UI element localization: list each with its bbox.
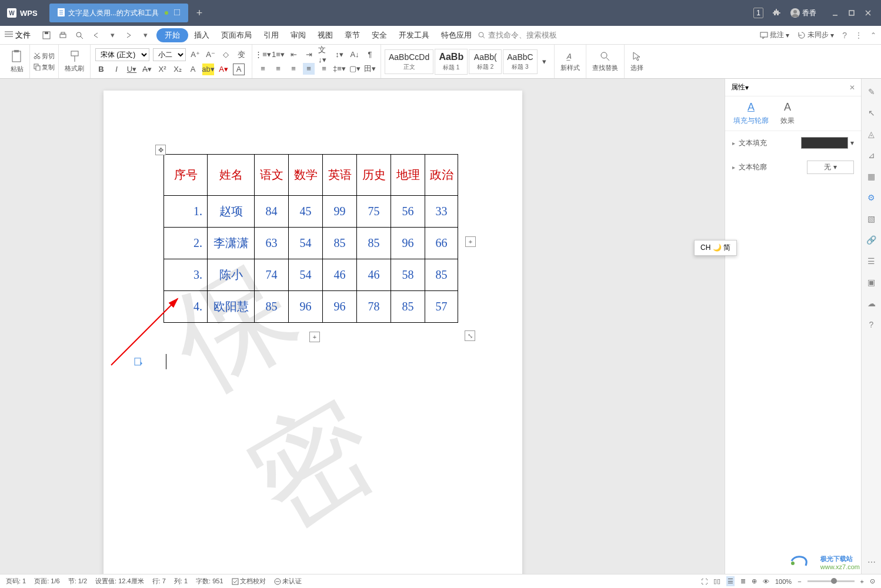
new-tab-button[interactable]: + [196,7,203,19]
highlight-button[interactable]: ab▾ [202,64,214,75]
table-resize-handle[interactable]: ⤡ [465,330,475,341]
more-icon[interactable]: ⋮ [855,31,862,39]
style-heading3[interactable]: AaBbC标题 3 [503,49,537,74]
font-size-select[interactable]: 小二 [153,48,186,61]
decrease-font-button[interactable]: A⁻ [205,49,216,61]
undo-dropdown[interactable]: ▾ [107,30,118,41]
th-name[interactable]: 姓名 [208,155,255,196]
increase-font-button[interactable]: A⁺ [189,49,201,61]
copy-button[interactable]: 复制 [34,63,55,72]
tab-effect[interactable]: A 效果 [780,101,795,126]
menu-chapter[interactable]: 章节 [339,28,366,43]
pointer-icon[interactable]: ↖ [866,107,877,119]
line-spacing-button[interactable]: ‡≡▾ [333,63,345,75]
underline-button[interactable]: U▾ [126,64,138,75]
status-position[interactable]: 设置值: 12.4厘米 [95,577,144,586]
text-fill-row[interactable]: ▸ 文本填充 ▾ [725,131,861,155]
bold-button[interactable]: B [95,64,107,75]
help-icon[interactable]: ? [842,31,847,40]
bullet-list-button[interactable]: ⋮≡▾ [257,49,269,61]
shading-button[interactable]: ▢▾ [349,63,361,75]
th-geography[interactable]: 地理 [391,155,425,196]
menu-start[interactable]: 开始 [156,28,188,42]
italic-button[interactable]: I [111,64,122,75]
table-move-handle[interactable]: ✥ [155,145,166,155]
style-heading2[interactable]: AaBb(标题 2 [469,49,502,74]
th-seq[interactable]: 序号 [164,155,208,196]
status-pagecode[interactable]: 页码: 1 [6,577,26,586]
font-color-button[interactable]: A▾ [218,64,229,75]
more-tools-icon[interactable]: ⋯ [866,556,877,568]
tab-fill-outline[interactable]: A 填充与轮廓 [733,101,769,126]
zoom-value[interactable]: 100% [775,578,792,585]
status-wordcount[interactable]: 字数: 951 [196,577,223,586]
print-icon[interactable] [58,30,68,41]
cut-button[interactable]: 剪切 [34,52,55,61]
align-center-button[interactable]: ≡ [272,63,284,75]
th-history[interactable]: 历史 [357,155,391,196]
distribute-button[interactable]: ≡ [318,63,330,75]
increase-indent-button[interactable]: ⇥ [303,49,315,61]
menu-view[interactable]: 视图 [312,28,339,43]
style-normal[interactable]: AaBbCcDd正文 [385,49,433,74]
tab-close-icon[interactable] [174,9,180,17]
collapse-ribbon-icon[interactable]: ⌃ [870,31,876,39]
zoom-out-button[interactable]: − [797,578,801,585]
new-style-button[interactable]: A̲ 新样式 [558,51,582,72]
menu-special[interactable]: 特色应用 [435,28,478,43]
paste-button[interactable]: 粘贴 [8,49,26,74]
align-left-button[interactable]: ≡ [257,63,269,75]
pencil-icon[interactable]: ✎ [866,86,877,98]
visibility-icon[interactable]: 👁 [763,578,769,585]
help-icon[interactable]: ? [866,319,877,330]
format-painter-button[interactable]: 格式刷 [62,50,86,73]
clear-format-button[interactable]: ◇ [220,49,232,61]
font-name-select[interactable]: 宋体 (正文) [95,48,149,61]
change-case-button[interactable]: A [187,64,199,75]
redo-dropdown[interactable]: ▾ [140,30,151,41]
preview-icon[interactable] [74,30,85,41]
outline-value-select[interactable]: 无 ▾ [807,161,854,174]
status-col[interactable]: 列: 1 [174,577,188,586]
cloud-icon[interactable]: ☁ [866,298,877,309]
grid-icon[interactable]: ▦ [866,171,877,182]
command-search[interactable]: 查找命令、搜索模板 [478,30,557,41]
text-outline-row[interactable]: ▸ 文本轮廓 无 ▾ [725,155,861,180]
save-icon[interactable] [41,30,52,41]
menu-reference[interactable]: 引用 [258,28,285,43]
document-area[interactable]: 保密 序号 姓名 语文 数学 英语 历史 地理 政治 1.赵项844599755… [0,79,725,574]
th-math[interactable]: 数学 [289,155,323,196]
border-button[interactable]: 田▾ [364,63,376,75]
undo-button[interactable] [91,30,101,41]
paragraph-options-icon[interactable] [134,358,142,366]
status-line[interactable]: 行: 7 [152,577,166,586]
ime-indicator[interactable]: CH 🌙 简 [694,240,737,256]
fill-color-swatch[interactable] [801,137,848,149]
th-chinese[interactable]: 语文 [255,155,289,196]
page-view-icon[interactable]: ☰ [726,576,735,586]
image-icon[interactable]: ▣ [866,276,877,288]
maximize-button[interactable] [848,9,855,16]
char-border-button[interactable]: A [233,64,245,75]
tab-count-badge[interactable]: 1 [753,8,763,18]
status-cert[interactable]: 未认证 [274,577,302,586]
text-direction-button[interactable]: 文↓▾ [318,49,330,61]
menu-page-layout[interactable]: 页面布局 [215,28,258,43]
menu-dev-tools[interactable]: 开发工具 [393,28,435,43]
zoom-slider[interactable] [807,580,855,582]
user-avatar[interactable]: 香香 [790,8,816,18]
panel-close-button[interactable]: ✕ [849,83,855,92]
superscript-button[interactable]: X² [156,64,168,75]
properties-icon[interactable]: ⚙ [866,192,877,203]
status-section[interactable]: 节: 1/2 [68,577,87,586]
table-add-col-handle[interactable]: + [465,236,476,247]
style-heading1[interactable]: AaBb标题 1 [435,49,468,75]
show-marks-button[interactable]: ¶ [364,49,376,61]
align-justify-button[interactable]: ≡ [303,63,315,75]
line-height-button[interactable]: ↕▾ [333,49,345,61]
annotate-button[interactable]: 批注 ▾ [760,30,789,40]
number-list-button[interactable]: 1≡▾ [272,49,284,61]
menu-review[interactable]: 审阅 [285,28,312,43]
triangle-icon[interactable]: ◬ [866,128,877,140]
status-page[interactable]: 页面: 1/6 [34,577,59,586]
